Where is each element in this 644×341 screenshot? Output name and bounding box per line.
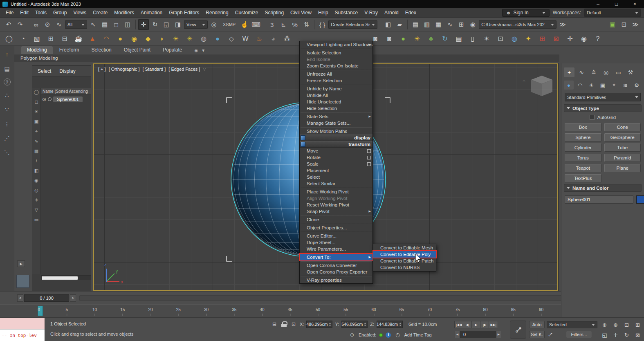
select-object-icon[interactable]: ↖ <box>88 19 99 30</box>
filter-cameras-icon[interactable]: ▣ <box>34 119 39 124</box>
menu-customize[interactable]: Customize <box>232 8 262 17</box>
monitor-icon[interactable]: ⊡ <box>495 34 506 44</box>
render-window2-icon[interactable]: ⊠ <box>550 34 562 44</box>
cone-icon[interactable]: ▲ <box>87 34 98 44</box>
time-slider-frame-display[interactable]: 0 / 100 <box>24 294 69 302</box>
filter-groups-icon[interactable]: ▦ <box>34 148 39 154</box>
toolbar-overflow-icon[interactable]: ≫ <box>557 19 568 30</box>
sun-rays-icon[interactable]: ✳ <box>184 34 195 44</box>
filter-frozen-icon[interactable]: ✳ <box>34 197 39 203</box>
select-and-rotate-icon[interactable]: ↻ <box>150 19 160 30</box>
go-to-start-button[interactable]: |◀◀ <box>454 321 463 328</box>
dome-icon[interactable]: ◠ <box>101 34 112 44</box>
viewport-label-segment-0[interactable]: [ + ] <box>98 67 106 72</box>
button-pyramid[interactable]: Pyramid <box>604 154 641 162</box>
explorer-menu-select[interactable]: Select <box>38 68 51 74</box>
primitives-category-dropdown[interactable]: Standard Primitives <box>565 93 641 101</box>
listener-line[interactable]: -- In top-lev <box>0 330 45 341</box>
edit-named-sets-icon[interactable]: { } <box>317 19 328 30</box>
category-systems-icon[interactable]: ⚙ <box>632 81 642 90</box>
button-textplus[interactable]: TextPlus <box>565 174 601 182</box>
menu-item-unhide-by-name[interactable]: Unhide by Name <box>300 85 372 92</box>
explorer-menu-display[interactable]: Display <box>59 68 75 74</box>
settings-box-icon[interactable] <box>367 149 371 153</box>
ribbon-tab-modeling[interactable]: Modeling <box>21 46 53 54</box>
select-and-manipulate-icon[interactable]: ☝ <box>239 19 250 30</box>
viewport-menu-caret-icon[interactable]: ▽ <box>203 67 206 71</box>
button-tube[interactable]: Tube <box>604 144 641 152</box>
settings-box-icon[interactable] <box>367 156 371 159</box>
selection-lock-icon[interactable] <box>281 321 287 327</box>
camera-target-icon[interactable]: ◙ <box>384 34 395 44</box>
wheel-icon[interactable]: ◉ <box>128 34 140 44</box>
toolbar-overflow2-icon[interactable]: ≫ <box>630 19 641 30</box>
menu-item-select[interactable]: Select <box>300 174 372 180</box>
menu-rendering[interactable]: Rendering <box>202 8 231 17</box>
tab-utilities-icon[interactable]: ⚒ <box>625 67 636 77</box>
spinner-snap-icon[interactable]: ⇅ <box>301 19 312 30</box>
menu-item-convert-to[interactable]: Convert To:▶ <box>300 254 372 260</box>
curve-editor-icon[interactable]: ∿ <box>444 19 455 30</box>
menu-substance[interactable]: Substance <box>332 8 361 17</box>
zoom-all-icon[interactable]: ⊛ <box>610 320 621 329</box>
name-color-rollout-header[interactable]: Name and Color <box>564 184 642 192</box>
set-key-button[interactable]: Set K. <box>529 331 545 338</box>
layer-explorer-toggle-icon[interactable]: ▥ <box>422 19 432 30</box>
object-name-label[interactable]: Sphere001 <box>53 96 83 102</box>
reference-coordsys-dropdown[interactable]: View <box>184 20 208 29</box>
menu-item-v-ray-properties[interactable]: V-Ray properties <box>300 277 372 283</box>
menu-edex[interactable]: Edex <box>402 8 420 17</box>
menu-item-align-working-pivot[interactable]: Align Working Pivot <box>300 195 372 202</box>
filter-shapes-icon[interactable]: ◻ <box>34 99 39 105</box>
filter-visibility-icon[interactable]: ◎ <box>34 187 39 193</box>
sphere-yellow-icon[interactable]: ● <box>114 34 126 44</box>
select-by-name-icon[interactable]: ▤ <box>99 19 110 30</box>
angle-snap-icon[interactable]: ⊾ <box>278 19 289 30</box>
help-icon[interactable]: ? <box>4 79 11 85</box>
menu-group[interactable]: Group <box>50 8 70 17</box>
visibility-eye-icon[interactable]: ⊙ <box>42 96 46 102</box>
add-time-tag[interactable]: Add Time Tag <box>404 332 431 337</box>
menu-item-curve-editor[interactable]: Curve Editor... <box>300 233 372 239</box>
menu-item-show-motion-paths[interactable]: Show Motion Paths <box>300 128 372 135</box>
filter-bones-icon[interactable]: ≀ <box>34 158 39 164</box>
maximize-viewport-icon[interactable]: ⊠ <box>633 330 643 339</box>
sphere-blue-icon[interactable]: ● <box>212 34 223 44</box>
category-helpers-icon[interactable]: ⌖ <box>609 81 619 90</box>
named-sets-dropdown[interactable]: Create Selection Set <box>328 20 377 29</box>
material-editor-icon[interactable]: ◉ <box>467 19 478 30</box>
menu-item-state-sets[interactable]: State Sets▶ <box>300 113 372 120</box>
maxscript-mini-listener[interactable]: -- In top-lev <box>0 318 45 341</box>
object-type-rollout-header[interactable]: Object Type <box>564 104 642 112</box>
button-torus[interactable]: Torus <box>565 154 601 162</box>
menu-item-isolate-selection[interactable]: Isolate Selection <box>300 49 372 56</box>
time-slider-track[interactable] <box>79 295 595 301</box>
window-crossing-icon[interactable]: ◫ <box>122 19 133 30</box>
menu-item-convert-to-nurbs[interactable]: Convert to NURBS <box>373 264 436 271</box>
select-and-scale-icon[interactable]: ◱ <box>161 19 172 30</box>
document-icon[interactable]: ▯ <box>467 34 478 44</box>
menu-item-convert-to-editable-poly[interactable]: Convert to Editable Poly <box>373 251 436 258</box>
next-frame-arrow[interactable]: > <box>70 294 76 302</box>
macro-recorder-line[interactable] <box>0 318 45 330</box>
ribbon-tab-object-paint[interactable]: Object Paint <box>118 46 156 54</box>
scrollbar-thumb[interactable] <box>42 276 78 280</box>
isolate-toggle-icon[interactable]: ⊟ <box>271 321 278 328</box>
percent-snap-icon[interactable]: % <box>289 19 300 30</box>
frame-down-button[interactable]: ◀ <box>455 331 460 338</box>
menu-item-placement[interactable]: Placement <box>300 167 372 174</box>
spinner-icon[interactable] <box>399 323 402 326</box>
go-to-end-button[interactable]: ▶▶| <box>489 321 498 328</box>
globe-icon[interactable]: ◍ <box>509 34 520 44</box>
set-keys-button[interactable]: ⊶ <box>510 321 526 339</box>
pan-icon[interactable]: ✛ <box>610 330 621 339</box>
category-geometry-icon[interactable]: ● <box>564 81 574 90</box>
menu-item-zoom-extents-on-isolate[interactable]: Zoom Extents On Isolate <box>300 63 372 69</box>
menu-item-rotate[interactable]: Rotate <box>300 154 372 161</box>
bind-to-space-warp-icon[interactable]: ∿ <box>54 19 64 30</box>
close-button[interactable]: × <box>626 0 644 8</box>
ribbon-toggle-icon[interactable]: ▦ <box>433 19 444 30</box>
explorer-horizontal-scrollbar[interactable] <box>41 275 91 280</box>
tab-modify-icon[interactable]: ∿ <box>576 67 587 77</box>
dock-tool-icon-1[interactable]: ∴ <box>2 91 11 100</box>
